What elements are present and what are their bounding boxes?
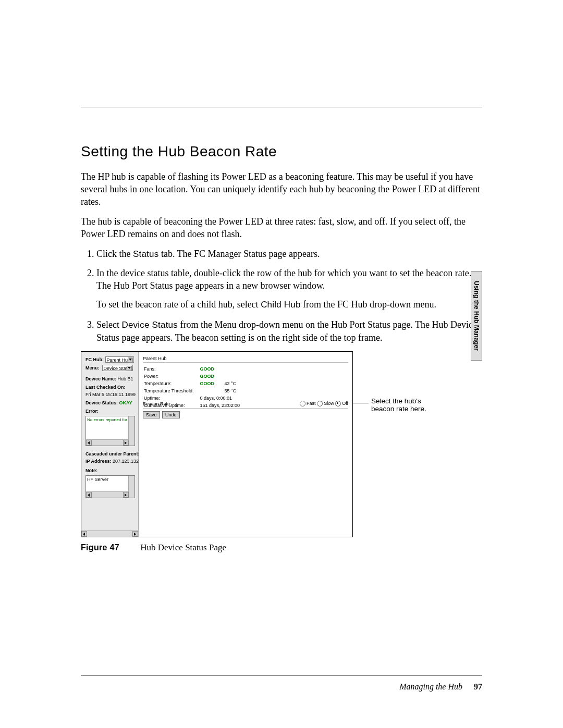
ss-error-value: No errors reported for this (87, 417, 128, 422)
scroll-up-icon[interactable] (129, 416, 134, 422)
radio-slow[interactable]: Slow (317, 401, 334, 406)
table-row: Power:GOOD (144, 373, 245, 379)
row-thr-value2: 55 °C (225, 388, 245, 394)
radio-off-label: Off (342, 401, 348, 406)
step-2-sub-bold: Child Hub (261, 300, 300, 310)
rule-top (81, 107, 482, 107)
row-temp-label: Temperature: (144, 380, 199, 387)
section: Setting the Hub Beacon Rate The HP hub i… (81, 143, 482, 553)
row-power-label: Power: (144, 373, 199, 379)
ss-menu-label: Menu: (85, 365, 100, 371)
table-row: Fans:GOOD (144, 366, 245, 372)
step-2-sub-b: from the FC Hub drop-down menu. (301, 299, 436, 310)
step-2-subpara: To set the beacon rate of a child hub, s… (96, 298, 482, 311)
ss-lastchecked-label: Last Checked On: (85, 385, 126, 390)
figure-caption-text: Hub Device Status Page (140, 542, 226, 552)
row-fans-value: GOOD (200, 366, 223, 372)
ss-fchub-value: Parent Hub (107, 357, 131, 363)
radio-fast-label: Fast (307, 401, 316, 406)
ss-left-hscroll[interactable] (81, 530, 138, 537)
paragraph-intro-2: The hub is capable of beaconing the Powe… (81, 215, 482, 240)
ss-fchub-label: FC Hub: (85, 357, 104, 362)
figure-label: Figure 47 (81, 543, 138, 552)
ss-ip-value: 207.123.132.7 (113, 459, 143, 464)
ss-note-value: HF Server (87, 477, 108, 482)
step-2-sub-a: To set the beacon rate of a child hub, s… (96, 299, 261, 310)
footer-text: Managing the Hub (399, 682, 462, 691)
scroll-right-icon[interactable] (132, 531, 138, 537)
scroll-left-icon[interactable] (86, 492, 92, 498)
step-1-text-a: Click the (96, 249, 133, 259)
ss-cascaded-label: Cascaded under Parent: (85, 451, 140, 456)
table-row: Temperature Threshold:55 °C (144, 388, 245, 394)
scroll-left-icon[interactable] (81, 531, 87, 537)
table-row: Temperature:GOOD42 °C (144, 380, 245, 387)
ss-main-title: Parent Hub (143, 356, 348, 363)
steps-list: Click the Status tab. The FC Manager Sta… (81, 248, 482, 344)
radio-icon (317, 401, 323, 406)
row-temp-value: GOOD (200, 380, 223, 387)
row-power-value: GOOD (200, 373, 223, 379)
side-tab-label: Using the Hub Manager (473, 281, 480, 351)
step-1-bold: Status (133, 249, 158, 259)
screenshot: FC Hub: Parent Hub Menu: Device Status D… (81, 351, 353, 537)
step-2-text: In the device status table, double-click… (96, 268, 471, 291)
ss-error-label: Error: (85, 409, 99, 414)
callout-text: Select the hub's beacon rate here. (371, 397, 439, 413)
callout-leader-line (353, 403, 369, 403)
chevron-down-icon (128, 367, 131, 369)
ss-error-box[interactable]: No errors reported for this (85, 416, 135, 446)
paragraph-intro-1: The HP hub is capable of flashing its Po… (81, 170, 482, 208)
step-3: Select Device Status from the Menu drop-… (96, 318, 482, 344)
radio-icon (300, 401, 305, 406)
scroll-down-icon[interactable] (129, 486, 134, 492)
step-1: Click the Status tab. The FC Manager Sta… (96, 248, 482, 261)
ss-devstatus-value: OKAY (119, 400, 132, 405)
step-3-text-a: Select (96, 319, 121, 330)
step-3-bold: Device Status (121, 320, 177, 330)
rule-bottom (81, 675, 482, 676)
radio-off[interactable]: Off (335, 401, 348, 406)
radio-icon (335, 401, 341, 406)
row-fans-label: Fans: (144, 366, 199, 372)
callout: Select the hub's beacon rate here. (353, 351, 482, 536)
ss-devstatus-label: Device Status: (85, 400, 118, 405)
scroll-left-icon[interactable] (86, 440, 92, 446)
ss-ip-label: IP Address: (85, 459, 112, 464)
radio-fast[interactable]: Fast (300, 401, 316, 406)
page: Using the Hub Manager Setting the Hub Be… (0, 0, 563, 728)
row-beacon-label: Beacon Rate: (143, 401, 172, 406)
scroll-right-icon[interactable] (123, 492, 129, 498)
ss-lastchecked-value: Fri Mar 5 15:16:11 1999 (85, 392, 136, 397)
scroll-right-icon[interactable] (123, 440, 129, 446)
scroll-down-icon[interactable] (129, 434, 134, 440)
step-2: In the device status table, double-click… (96, 267, 482, 311)
side-tab: Using the Hub Manager (471, 271, 482, 361)
figure: FC Hub: Parent Hub Menu: Device Status D… (81, 351, 482, 553)
ss-devname-label: Device Name: (85, 376, 116, 381)
figure-caption: Figure 47 Hub Device Status Page (81, 542, 482, 553)
radio-slow-label: Slow (324, 401, 334, 406)
undo-button[interactable]: Undo (162, 411, 180, 418)
ss-fchub-select[interactable]: Parent Hub (105, 356, 134, 363)
ss-note-label: Note: (85, 468, 97, 473)
row-temp-value2: 42 °C (225, 380, 245, 387)
section-heading: Setting the Hub Beacon Rate (81, 143, 482, 160)
step-1-text-b: tab. The FC Manager Status page appears. (158, 249, 320, 259)
ss-note-box[interactable]: HF Server (85, 475, 135, 498)
footer: Managing the Hub 97 (399, 682, 482, 692)
chevron-down-icon (129, 359, 132, 361)
ss-left-panel: FC Hub: Parent Hub Menu: Device Status D… (81, 352, 139, 537)
save-button[interactable]: Save (143, 411, 160, 418)
page-number: 97 (474, 682, 482, 691)
row-thr-label: Temperature Threshold: (144, 388, 199, 394)
ss-main-panel: Parent Hub Fans:GOOD Power:GOOD Temperat… (139, 352, 352, 537)
ss-devname-value: Hub B1 (118, 376, 133, 381)
ss-menu-select[interactable]: Device Status (102, 365, 133, 371)
scroll-up-icon[interactable] (129, 476, 134, 482)
